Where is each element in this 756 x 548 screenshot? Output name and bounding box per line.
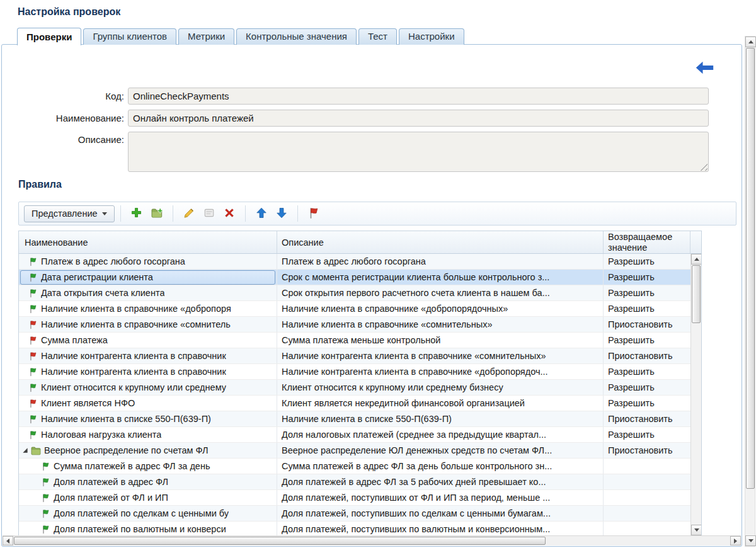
table-row[interactable]: Дата регистрации клиента Срок с момента … — [19, 270, 690, 285]
row-name-cell: Веерное распределение по счетам ФЛ — [20, 443, 275, 458]
green-flag-icon — [28, 414, 38, 424]
add-rule-button[interactable] — [128, 205, 146, 222]
row-name-cell: Наличие контрагента клиента в справочник — [20, 365, 275, 379]
scroll-up-button[interactable] — [691, 254, 701, 265]
rule-return-value: Разрешить — [604, 254, 690, 269]
table-row[interactable]: Доля платежей от ФЛ и ИП Доля платежей, … — [19, 490, 690, 506]
table-row[interactable]: Наличие контрагента клиента в справочник… — [19, 348, 690, 364]
edit-rule-button[interactable] — [180, 205, 198, 222]
arrow-right-icon — [734, 539, 737, 544]
table-row[interactable]: Наличие клиента в списке 550-П(639-П) На… — [19, 411, 690, 427]
name-input[interactable] — [128, 110, 709, 127]
scroll-left-button[interactable] — [3, 536, 13, 545]
scrollbar-thumb[interactable] — [14, 537, 546, 545]
tab-metrics[interactable]: Метрики — [178, 28, 234, 45]
rule-name: Наличие клиента в списке 550-П(639-П) — [41, 411, 211, 426]
table-row[interactable]: Сумма платежа Сумма платежа меньше контр… — [19, 333, 690, 348]
tab-settings[interactable]: Настройки — [399, 28, 464, 45]
flag-button[interactable] — [305, 205, 323, 222]
tab-control-values[interactable]: Контрольные значения — [236, 28, 357, 45]
add-group-button[interactable] — [148, 205, 166, 222]
table-row[interactable]: Доля платежей по сделкам с ценными бу До… — [19, 506, 690, 522]
row-name-cell: Доля платежей от ФЛ и ИП — [20, 491, 275, 505]
table-row[interactable]: Веерное распределение по счетам ФЛ Веерн… — [19, 443, 690, 459]
table-row[interactable]: Доля платежей по валютным и конверси Дол… — [19, 522, 690, 535]
move-down-button[interactable] — [273, 205, 290, 222]
rule-name: Доля платежей в адрес ФЛ — [54, 474, 168, 489]
row-name-cell: Сумма платежей в адрес ФЛ за день — [20, 459, 275, 474]
table-row[interactable]: Налоговая нагрузка клиента Доля налоговы… — [19, 427, 690, 443]
green-flag-icon — [41, 477, 50, 487]
table-row[interactable]: Наличие клиента в справочнике «сомнитель… — [19, 317, 690, 333]
back-arrow-icon[interactable] — [696, 61, 714, 77]
rule-return-value: Разрешить — [604, 364, 690, 379]
table-row[interactable]: Клиент является НФО Клиент является некр… — [19, 396, 690, 411]
row-name-cell: Клиент является НФО — [20, 396, 275, 411]
properties-button-disabled[interactable] — [200, 205, 218, 222]
row-name-cell: Доля платежей по сделкам с ценными бу — [20, 506, 275, 521]
delete-rule-button[interactable] — [220, 205, 238, 222]
rule-return-value — [604, 506, 690, 521]
expander-expanded-icon[interactable] — [22, 447, 31, 454]
scrollbar-thumb[interactable] — [692, 265, 701, 323]
column-header-description[interactable]: Описание — [277, 231, 604, 253]
page-vertical-scrollbar[interactable] — [745, 36, 755, 547]
table-row[interactable]: Клиент относится к крупному или среднему… — [19, 380, 690, 396]
table-row[interactable]: Сумма платежей в адрес ФЛ за день Сумма … — [19, 459, 690, 474]
column-header-return-value[interactable]: Возвращаемое значение — [604, 231, 690, 253]
red-flag-icon — [28, 320, 38, 329]
rule-name: Доля платежей от ФЛ и ИП — [54, 490, 168, 505]
rule-name: Сумма платежа — [41, 333, 108, 348]
move-down-arrow-icon — [276, 207, 287, 220]
row-name-cell: Наличие клиента в списке 550-П(639-П) — [20, 412, 275, 426]
toolbar-separator — [297, 205, 298, 222]
rule-description: Доля налоговых платежей (среднее за пред… — [277, 427, 604, 442]
row-name-cell: Доля платежей в адрес ФЛ — [20, 475, 275, 489]
rule-return-value — [604, 474, 690, 489]
rule-name: Доля платежей по валютным и конверси — [54, 522, 226, 535]
code-label: Код: — [18, 91, 124, 101]
column-header-name[interactable]: Наименование — [19, 231, 277, 253]
table-vertical-scrollbar[interactable] — [690, 254, 701, 535]
table-row[interactable]: Дата открытия счета клиента Срок открыти… — [19, 285, 690, 301]
app-window: Настройка проверок ПроверкиГруппы клиент… — [0, 0, 756, 548]
rule-return-value: Разрешить — [604, 396, 690, 411]
tab-test[interactable]: Тест — [358, 28, 397, 45]
table-row[interactable]: Наличие контрагента клиента в справочник… — [19, 364, 690, 380]
table-row[interactable]: Платеж в адрес любого госоргана Платеж в… — [19, 254, 690, 270]
rule-return-value — [604, 490, 690, 505]
move-up-button[interactable] — [253, 205, 270, 222]
code-input[interactable] — [128, 88, 709, 105]
scroll-right-button[interactable] — [730, 536, 741, 545]
arrow-down-icon — [748, 539, 753, 542]
rule-description: Доля платежей в адрес ФЛ за 5 рабочих дн… — [277, 474, 604, 489]
table-row[interactable]: Наличие клиента в справочнике «добропоря… — [19, 301, 690, 317]
toolbar-separator — [120, 205, 121, 222]
horizontal-scrollbar[interactable] — [3, 535, 741, 545]
rule-description: Сумма платежа меньше контрольной — [277, 333, 604, 348]
disabled-box-icon — [203, 207, 215, 220]
rule-name: Дата открытия счета клиента — [41, 285, 164, 300]
rules-table: Наименование Описание Возвращаемое значе… — [18, 231, 702, 536]
green-flag-icon — [28, 430, 38, 440]
scroll-down-button[interactable] — [745, 535, 756, 546]
view-dropdown-button[interactable]: Представление — [24, 205, 115, 222]
description-textarea[interactable] — [128, 132, 709, 172]
scroll-up-button[interactable] — [745, 37, 756, 47]
check-form: Код: Наименование: Описание: — [18, 88, 711, 177]
scrollbar-thumb[interactable] — [746, 48, 755, 489]
rule-name: Клиент относится к крупному или среднему — [41, 380, 226, 395]
rule-description: Наличие клиента в справочнике «сомнитель… — [277, 317, 604, 332]
row-name-cell: Дата регистрации клиента — [20, 270, 275, 285]
rule-name: Наличие клиента в справочнике «сомнитель — [41, 317, 231, 332]
tab-client-groups[interactable]: Группы клиентов — [83, 28, 176, 45]
rule-description: Наличие контрагента клиента в справочник… — [277, 364, 604, 379]
tab-checks[interactable]: Проверки — [17, 28, 81, 45]
arrow-up-icon — [694, 258, 699, 261]
row-name-cell: Наличие клиента в справочнике «добропоря — [20, 302, 275, 316]
table-row[interactable]: Доля платежей в адрес ФЛ Доля платежей в… — [19, 474, 690, 490]
scroll-down-button[interactable] — [691, 525, 701, 535]
rule-name: Платеж в адрес любого госоргана — [41, 254, 185, 269]
rule-return-value: Разрешить — [604, 333, 690, 348]
rule-name: Клиент является НФО — [41, 396, 135, 411]
